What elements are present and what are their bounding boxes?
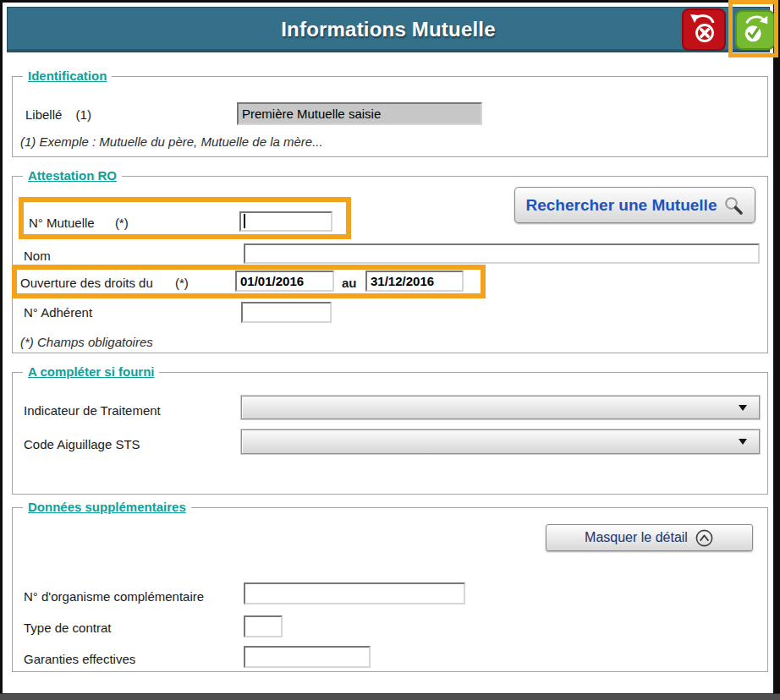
window-border-top (0, 0, 780, 3)
garanties-effectives-input[interactable] (244, 646, 371, 668)
window-border-left (0, 0, 3, 700)
indicateur-traitement-label: Indicateur de Traitement (24, 403, 161, 418)
num-mutuelle-label-text: N° Mutuelle (29, 216, 95, 230)
libelle-index: (1) (76, 107, 91, 122)
code-aiguillage-select[interactable] (241, 429, 760, 454)
type-contrat-input[interactable] (244, 615, 283, 637)
indicateur-traitement-select[interactable] (241, 396, 760, 419)
collapse-up-icon (695, 528, 714, 548)
section-a-completer-title: A compléter si fourni (23, 364, 159, 379)
nom-label: Nom (24, 249, 51, 264)
text-cursor (244, 214, 245, 228)
champs-obligatoires-note: (*) Champs obligatoires (20, 335, 153, 350)
section-identification: Identification Libellé (1) (1) Exemple :… (12, 76, 768, 157)
chevron-down-icon (739, 439, 747, 445)
cancel-icon (687, 11, 721, 48)
ouverture-droits-label: Ouverture des droits du (*) (20, 276, 189, 291)
validate-icon (739, 13, 772, 48)
num-mutuelle-required-marker: (*) (115, 216, 129, 230)
date-from-input[interactable] (235, 271, 334, 292)
code-aiguillage-label: Code Aiguillage STS (24, 437, 140, 452)
rechercher-mutuelle-label: Rechercher une Mutuelle (526, 196, 717, 215)
section-donnees-supplementaires-title: Données supplémentaires (23, 500, 191, 514)
organisme-complementaire-label: N° d'organisme complémentaire (24, 589, 204, 604)
num-mutuelle-label: N° Mutuelle (*) (29, 216, 129, 231)
window-border-bottom (0, 693, 780, 700)
au-label: au (342, 276, 357, 291)
section-identification-title: Identification (23, 68, 112, 83)
validate-button[interactable] (735, 10, 775, 50)
adherent-label: N° Adhérent (24, 305, 92, 320)
page-title: Informations Mutuelle (281, 18, 496, 41)
section-attestation-ro-title: Attestation RO (23, 168, 122, 183)
section-donnees-supplementaires: Données supplémentaires Masquer le détai… (12, 507, 768, 672)
masquer-detail-label: Masquer le détail (585, 530, 688, 545)
rechercher-mutuelle-button[interactable]: Rechercher une Mutuelle (514, 187, 755, 223)
search-icon (723, 195, 744, 216)
libelle-label: Libellé (1) (25, 107, 91, 123)
libelle-example-note: (1) Exemple : Mutuelle du père, Mutuelle… (20, 134, 323, 150)
section-a-completer: A compléter si fourni Indicateur de Trai… (12, 372, 768, 495)
adherent-input[interactable] (241, 302, 332, 323)
nom-input[interactable] (244, 243, 760, 264)
libelle-label-text: Libellé (25, 107, 62, 122)
organisme-complementaire-input[interactable] (244, 582, 465, 604)
masquer-detail-button[interactable]: Masquer le détail (546, 524, 753, 551)
section-attestation-ro: Attestation RO Rechercher une Mutuelle N… (12, 176, 768, 353)
ouverture-required-marker: (*) (175, 276, 189, 290)
garanties-effectives-label: Garanties effectives (24, 652, 135, 667)
num-mutuelle-input[interactable] (239, 211, 332, 232)
libelle-input[interactable] (237, 102, 482, 125)
date-to-input[interactable] (365, 271, 464, 292)
informations-mutuelle-dialog: Informations Mutuelle Identifi (0, 0, 780, 700)
chevron-down-icon (739, 405, 747, 411)
type-contrat-label: Type de contrat (24, 621, 111, 636)
ouverture-droits-label-text: Ouverture des droits du (20, 276, 153, 290)
window-border-right (773, 0, 780, 700)
title-bar: Informations Mutuelle (7, 7, 770, 52)
cancel-button[interactable] (682, 8, 726, 51)
